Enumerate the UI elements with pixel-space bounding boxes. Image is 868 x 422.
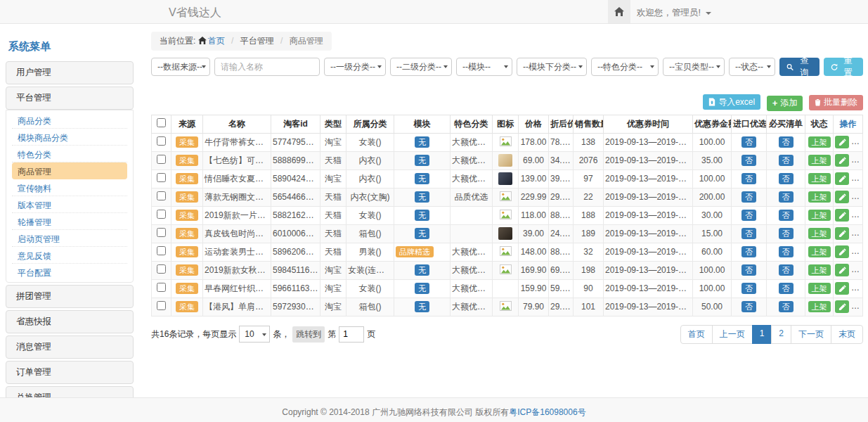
status-badge[interactable]: 上架	[808, 301, 831, 313]
must-buy-toggle-badge[interactable]: 否	[779, 264, 793, 276]
edit-button[interactable]	[835, 136, 849, 148]
edit-button[interactable]	[835, 172, 849, 185]
sidebar-section-用户管理[interactable]: 用户管理	[6, 61, 134, 84]
import-excel-button[interactable]: 导入excel	[703, 94, 760, 110]
status-badge[interactable]: 上架	[808, 191, 831, 203]
discount-price-cell: 88.00	[549, 243, 574, 261]
import-toggle-badge[interactable]: 否	[741, 210, 756, 222]
edit-button[interactable]	[835, 154, 849, 167]
page-button-2[interactable]: 2	[771, 325, 791, 344]
row-checkbox[interactable]	[157, 210, 166, 219]
filter-select-8[interactable]: --状态--	[729, 58, 775, 76]
sidebar-item-平台配置[interactable]: 平台配置	[12, 264, 127, 281]
source-cell: 采集	[171, 298, 203, 316]
import-toggle-badge[interactable]: 否	[741, 136, 756, 148]
page-button-末页[interactable]: 末页	[831, 325, 863, 344]
row-checkbox[interactable]	[157, 264, 166, 274]
edit-button[interactable]	[835, 245, 849, 258]
filter-select-4[interactable]: --模块--	[456, 58, 512, 76]
must-buy-toggle-badge[interactable]: 否	[779, 136, 793, 148]
status-badge[interactable]: 上架	[808, 173, 831, 185]
filter-select-0[interactable]: --数据来源--	[151, 58, 210, 76]
sidebar-section-兑换管理[interactable]: 兑换管理	[6, 386, 134, 397]
status-badge[interactable]: 上架	[808, 155, 831, 167]
sidebar-item-特色分类[interactable]: 特色分类	[12, 146, 127, 162]
sidebar-section-平台管理[interactable]: 平台管理	[6, 87, 134, 110]
import-toggle-badge[interactable]: 否	[741, 228, 756, 240]
row-checkbox[interactable]	[157, 228, 166, 237]
sidebar-section-拼团管理[interactable]: 拼团管理	[6, 285, 134, 308]
row-checkbox[interactable]	[157, 301, 166, 310]
import-toggle-badge[interactable]: 否	[741, 283, 756, 295]
must-buy-toggle-badge[interactable]: 否	[779, 210, 793, 222]
edit-button[interactable]	[835, 300, 849, 313]
home-button[interactable]	[608, 0, 630, 23]
page-button-下一页[interactable]: 下一页	[791, 325, 831, 344]
edit-button[interactable]	[835, 191, 849, 203]
add-button[interactable]: + 添加	[767, 96, 803, 111]
page-button-首页[interactable]: 首页	[680, 325, 713, 344]
sidebar-item-轮播管理[interactable]: 轮播管理	[12, 213, 127, 230]
jump-button[interactable]: 跳转到	[292, 326, 325, 343]
status-badge[interactable]: 上架	[808, 228, 831, 240]
import-toggle-badge[interactable]: 否	[741, 191, 756, 203]
edit-button[interactable]	[835, 282, 849, 295]
icp-link[interactable]: 粤ICP备16098006号	[509, 407, 585, 417]
import-toggle-badge[interactable]: 否	[741, 264, 756, 276]
row-checkbox[interactable]	[157, 173, 166, 182]
must-buy-toggle-badge[interactable]: 否	[779, 155, 793, 167]
edit-button[interactable]	[835, 264, 849, 276]
filter-select-7[interactable]: --宝贝类型--	[663, 58, 725, 76]
chevron-down-icon	[443, 65, 448, 68]
batch-delete-button[interactable]: 批量删除	[809, 95, 863, 110]
sales-count-cell: 138	[574, 133, 604, 151]
edit-button[interactable]	[835, 209, 849, 222]
name-search-input[interactable]	[214, 58, 320, 76]
status-badge[interactable]: 上架	[808, 283, 831, 295]
must-buy-toggle-badge[interactable]: 否	[779, 191, 793, 203]
must-buy-toggle-badge[interactable]: 否	[779, 228, 793, 240]
jump-page-input[interactable]	[339, 326, 364, 343]
import-toggle-badge[interactable]: 否	[741, 173, 756, 185]
reset-button[interactable]: 重置	[824, 58, 864, 76]
row-checkbox[interactable]	[157, 191, 166, 200]
sidebar-item-宣传物料[interactable]: 宣传物料	[12, 179, 127, 196]
breadcrumb-home-link[interactable]: 首页	[208, 36, 225, 46]
sidebar-item-启动页管理[interactable]: 启动页管理	[12, 230, 127, 247]
sidebar-item-商品管理[interactable]: 商品管理	[12, 162, 127, 179]
must-buy-toggle-badge[interactable]: 否	[779, 173, 793, 185]
sidebar-section-省惠快报[interactable]: 省惠快报	[6, 310, 134, 333]
must-buy-toggle-badge[interactable]: 否	[779, 283, 793, 295]
per-page-select[interactable]: 10	[239, 326, 270, 343]
import-toggle-badge[interactable]: 否	[741, 155, 756, 167]
row-checkbox[interactable]	[157, 246, 166, 255]
select-all-checkbox[interactable]	[157, 118, 166, 127]
filter-select-3[interactable]: --二级分类--	[390, 58, 452, 76]
sidebar-item-意见反馈[interactable]: 意见反馈	[12, 247, 127, 264]
filter-select-5[interactable]: --模块下分类--	[517, 58, 587, 76]
query-button[interactable]: 查询	[779, 58, 820, 76]
status-badge[interactable]: 上架	[808, 264, 831, 276]
row-checkbox[interactable]	[157, 155, 166, 164]
import-toggle-badge[interactable]: 否	[741, 301, 756, 313]
status-badge[interactable]: 上架	[808, 246, 831, 258]
coupon-amount-cell: 200.00	[693, 188, 732, 206]
edit-button[interactable]	[835, 227, 849, 240]
import-toggle-badge[interactable]: 否	[741, 246, 756, 258]
user-menu[interactable]: 欢迎您，管理员!	[637, 7, 711, 19]
must-buy-toggle-badge[interactable]: 否	[779, 246, 793, 258]
sidebar-section-消息管理[interactable]: 消息管理	[6, 335, 134, 359]
sidebar-item-模块商品分类[interactable]: 模块商品分类	[12, 129, 127, 146]
sidebar-item-版本管理[interactable]: 版本管理	[12, 196, 127, 213]
status-badge[interactable]: 上架	[808, 210, 831, 222]
row-checkbox[interactable]	[157, 283, 166, 292]
page-button-上一页[interactable]: 上一页	[712, 325, 753, 344]
filter-select-6[interactable]: --特色分类--	[591, 58, 659, 76]
must-buy-toggle-badge[interactable]: 否	[779, 301, 793, 313]
sidebar-section-订单管理[interactable]: 订单管理	[6, 361, 134, 384]
sidebar-item-商品分类[interactable]: 商品分类	[12, 112, 127, 129]
filter-select-2[interactable]: --一级分类--	[324, 58, 386, 76]
page-button-1[interactable]: 1	[752, 325, 772, 344]
status-badge[interactable]: 上架	[808, 136, 831, 148]
row-checkbox[interactable]	[157, 136, 166, 146]
